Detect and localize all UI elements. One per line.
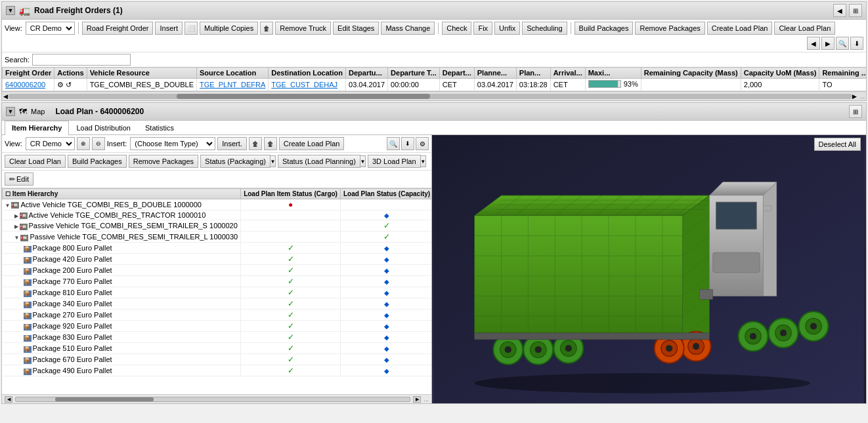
- item-row-11[interactable]: 📦Package 920 Euro Pallet ✓ ◆ 1.200 0 1.0…: [3, 321, 432, 332]
- capacity-status-cell: ◆: [340, 298, 431, 310]
- clear-load-plan-btn[interactable]: Clear Load Plan: [5, 155, 66, 168]
- freight-order-link[interactable]: 6400006200: [5, 81, 45, 89]
- insert-btn[interactable]: Insert: [155, 22, 183, 35]
- col-freight-order: Freight Order: [3, 68, 54, 79]
- status-load-planning-dropdown[interactable]: ▼: [360, 155, 366, 167]
- settings-btn[interactable]: ⚙: [416, 137, 429, 150]
- planned2-cell: 03:18:28: [516, 79, 550, 91]
- remaining-mass-cell: [641, 79, 741, 91]
- prev-page-btn[interactable]: ◀: [807, 37, 820, 50]
- road-freight-order-btn[interactable]: Road Freight Order: [82, 22, 154, 35]
- status-load-planning-btn[interactable]: Status (Load Planning): [278, 155, 360, 168]
- cargo-status-cell: ✓: [241, 243, 341, 254]
- bottom-content: View: CR Demo ⊕ ⊖ Insert: (Choose Item T…: [2, 135, 866, 403]
- progress-fill: [589, 81, 618, 87]
- sub-toolbar: View: CR Demo ⊕ ⊖ Insert: (Choose Item T…: [2, 135, 431, 153]
- zoom-in-btn[interactable]: 🔍: [387, 137, 400, 150]
- remove-packages-btn[interactable]: Remove Packages: [129, 155, 198, 168]
- depart-cell: CET: [439, 79, 474, 91]
- capacity-status-cell: ◆: [340, 254, 431, 265]
- map-label: Map: [31, 108, 45, 115]
- select-all-icon[interactable]: ☐: [5, 191, 11, 197]
- h-scrollbar-thumb[interactable]: [55, 397, 154, 401]
- search-top-btn[interactable]: 🔍: [836, 37, 849, 50]
- item-row-8[interactable]: 📦Package 810 Euro Pallet ✓ ◆ 0 1.600 0 M…: [3, 287, 432, 298]
- clear-load-plan-top-btn[interactable]: Clear Load Plan: [774, 22, 835, 35]
- sub-icon2[interactable]: ⊖: [92, 137, 105, 150]
- item-row-0[interactable]: ▼🚛Active Vehicle TGE_COMBI_RES_B_DOUBLE …: [3, 199, 432, 211]
- deselect-all-btn[interactable]: Deselect All: [814, 138, 861, 151]
- build-packages-top-btn[interactable]: Build Packages: [575, 22, 634, 35]
- remove-truck-btn[interactable]: Remove Truck: [275, 22, 331, 35]
- table-row[interactable]: 6400006200 ⚙ ↺ TGE_COMBI_RES_B_DOUBLE TG…: [3, 79, 867, 91]
- download-top-btn[interactable]: ⬇: [850, 37, 863, 50]
- status-packaging-btn[interactable]: Status (Packaging): [200, 155, 271, 168]
- top-panel-nav-btn[interactable]: ◀: [833, 4, 846, 17]
- top-collapse-btn[interactable]: ▼: [6, 6, 15, 15]
- item-row-15[interactable]: 📦Package 490 Euro Pallet ✓ ◆ 1.200 1.600…: [3, 365, 432, 376]
- fix-btn[interactable]: Fix: [473, 22, 492, 35]
- sub-delete-btn[interactable]: 🗑: [249, 137, 262, 150]
- item-row-9[interactable]: 📦Package 340 Euro Pallet ✓ ◆ 0 1.600 1.0…: [3, 298, 432, 310]
- item-row-3[interactable]: ▼🚛Passive Vehicle TGE_COMBI_RES_SEMI_TRA…: [3, 232, 432, 243]
- top-panel-expand-btn[interactable]: ⊞: [849, 4, 862, 17]
- item-row-14[interactable]: 📦Package 670 Euro Pallet ✓ ◆ 1.200 1.600…: [3, 354, 432, 365]
- sub-view-select[interactable]: CR Demo: [26, 137, 75, 150]
- item-row-12[interactable]: 📦Package 830 Euro Pallet ✓ ◆ 1.200 800 0…: [3, 332, 432, 343]
- scroll-thumb[interactable]: [177, 94, 430, 99]
- sub-insert-select[interactable]: (Choose Item Type): [130, 137, 215, 150]
- 3d-load-plan-dropdown[interactable]: ▼: [421, 155, 426, 167]
- item-name-cell: 📦Package 510 Euro Pallet: [3, 343, 241, 354]
- unfix-btn[interactable]: Unfix: [494, 22, 520, 35]
- item-row-6[interactable]: 📦Package 200 Euro Pallet ✓ ◆ 0 800 0 MM: [3, 265, 432, 276]
- svg-point-69: [810, 323, 817, 329]
- delete-icon-btn[interactable]: 🗑: [260, 22, 273, 35]
- item-row-13[interactable]: 📦Package 510 Euro Pallet ✓ ◆ 1.200 800 1…: [3, 343, 432, 354]
- sub-create-load-plan-btn[interactable]: Create Load Plan: [279, 137, 345, 150]
- edit-btn[interactable]: ✏ Edit: [5, 172, 33, 186]
- edit-stages-btn[interactable]: Edit Stages: [333, 22, 379, 35]
- item-name-cell: 📦Package 800 Euro Pallet: [3, 243, 241, 254]
- item-name-cell: 📦Package 670 Euro Pallet: [3, 354, 241, 365]
- sub-delete2-btn[interactable]: 🗑: [264, 137, 277, 150]
- tab-statistics[interactable]: Statistics: [138, 121, 181, 134]
- bottom-panel-expand-btn[interactable]: ⊞: [849, 105, 862, 118]
- 3d-load-plan-btn[interactable]: 3D Load Plan: [368, 155, 421, 168]
- create-load-plan-top-btn[interactable]: Create Load Plan: [707, 22, 773, 35]
- edit-toolbar: ✏ Edit: [2, 171, 431, 188]
- departure-time-cell: 00:00:00: [388, 79, 440, 91]
- item-name-cell: 📦Package 420 Euro Pallet: [3, 254, 241, 265]
- h-scroll-right[interactable]: ▶: [413, 396, 421, 403]
- item-row-4[interactable]: 📦Package 800 Euro Pallet ✓ ◆ 0 0 0 MM: [3, 243, 432, 254]
- scroll-right-btn[interactable]: ▶: [852, 93, 857, 100]
- build-packages-btn[interactable]: Build Packages: [68, 155, 127, 168]
- search-input[interactable]: [32, 54, 131, 66]
- status-packaging-dropdown[interactable]: ▼: [271, 155, 276, 167]
- h-scroll-left[interactable]: ◀: [5, 396, 12, 403]
- next-page-btn[interactable]: ▶: [821, 37, 835, 50]
- sub-icon1[interactable]: ⊕: [77, 137, 90, 150]
- bottom-collapse-btn[interactable]: ▼: [6, 107, 15, 116]
- check-btn[interactable]: Check: [442, 22, 471, 35]
- dest-location-link[interactable]: TGE_CUST_DEHAJ: [271, 81, 337, 89]
- cargo-status-cell: ✓: [241, 332, 341, 343]
- tab-item-hierarchy[interactable]: Item Hierarchy: [5, 121, 69, 135]
- view-select[interactable]: CR Demo: [26, 22, 75, 35]
- item-row-2[interactable]: ▶🚛Passive Vehicle TGE_COMBI_RES_SEMI_TRA…: [3, 220, 432, 232]
- tab-load-distribution[interactable]: Load Distribution: [69, 121, 138, 134]
- remove-packages-top-btn[interactable]: Remove Packages: [635, 22, 705, 35]
- multiple-copies-btn[interactable]: Multiple Copies: [200, 22, 258, 35]
- item-row-7[interactable]: 📦Package 770 Euro Pallet ✓ ◆ 0 800 1.000…: [3, 276, 432, 287]
- item-row-5[interactable]: 📦Package 420 Euro Pallet ✓ ◆ 0 0 1.000 M…: [3, 254, 432, 265]
- mass-change-btn[interactable]: Mass Change: [381, 22, 435, 35]
- top-horizontal-scroll[interactable]: ◀ ▶ ...: [2, 91, 866, 100]
- copy-icon-btn[interactable]: ⬜: [184, 22, 198, 35]
- scheduling-btn[interactable]: Scheduling: [522, 22, 567, 35]
- scroll-left-btn[interactable]: ◀: [3, 93, 8, 100]
- item-row-10[interactable]: 📦Package 270 Euro Pallet ✓ ◆ 1.200 0 0 M…: [3, 310, 432, 321]
- sub-insert-btn[interactable]: Insert.: [217, 137, 247, 150]
- zoom-fit-btn[interactable]: ⬇: [401, 137, 414, 150]
- source-location-link[interactable]: TGE_PLNT_DEFRA: [200, 81, 265, 89]
- capacity-status-cell: [340, 199, 431, 211]
- item-row-1[interactable]: ▶🚛Active Vehicle TGE_COMBI_RES_TRACTOR 1…: [3, 211, 432, 220]
